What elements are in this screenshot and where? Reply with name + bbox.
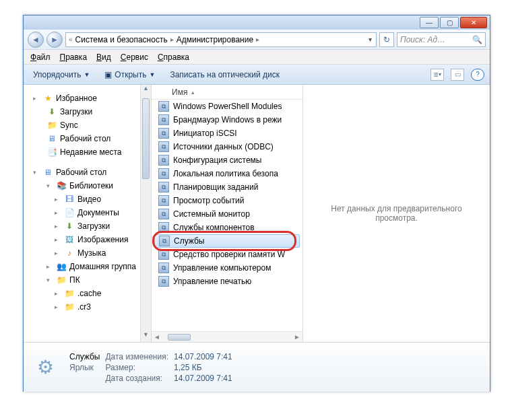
breadcrumb-arrow-icon: ▸ (256, 36, 259, 43)
nav-pictures[interactable]: ▸🖼Изображения (55, 233, 151, 246)
breadcrumb-prefix-icon: « (69, 36, 73, 43)
address-dropdown-icon[interactable]: ▾ (367, 36, 373, 43)
shortcut-icon: ⧉ (158, 155, 169, 166)
menu-edit[interactable]: Правка (60, 53, 88, 62)
help-button[interactable]: ? (471, 69, 484, 81)
file-item[interactable]: ⧉Windows PowerShell Modules (152, 100, 302, 113)
back-button[interactable]: ◄ (28, 32, 44, 48)
file-item[interactable]: ⧉Планировщик заданий (152, 180, 302, 194)
hscroll-right-icon[interactable]: ► (292, 333, 302, 341)
shortcut-icon: ⧉ (158, 128, 169, 139)
details-size-label: Размер: (105, 363, 168, 372)
details-type: Ярлык (69, 363, 100, 372)
nav-cache[interactable]: ▸📁.cache (55, 287, 151, 300)
column-name[interactable]: Имя▴ (152, 85, 302, 100)
file-item-label: Средство проверки памяти W (173, 250, 285, 259)
nav-scrollbar[interactable]: ▲ ▼ (140, 85, 151, 342)
address-bar[interactable]: « Система и безопасность ▸ Администриров… (65, 32, 377, 47)
menu-view[interactable]: Вид (96, 53, 111, 62)
shortcut-icon: ⧉ (158, 168, 169, 179)
command-bar: Упорядочить▼ ▣ Открыть▼ Записать на опти… (24, 65, 490, 85)
nav-cr3[interactable]: ▸📁.cr3 (55, 300, 151, 314)
details-modified-label: Дата изменения: (105, 352, 168, 361)
file-item-label: Службы (174, 236, 204, 246)
menu-help[interactable]: Справка (158, 53, 189, 62)
details-size-value: 1,25 КБ (174, 363, 232, 372)
file-item[interactable]: ⧉Управление компьютером (152, 261, 302, 275)
view-mode-button[interactable]: ≡▾ (430, 69, 444, 81)
file-item[interactable]: ⧉Инициатор iSCSI (152, 127, 302, 140)
minimize-button[interactable]: — (420, 17, 439, 28)
breadcrumb-seg-2[interactable]: Администрирование (177, 35, 253, 44)
details-created-label: Дата создания: (105, 374, 168, 383)
scroll-down-icon[interactable]: ▼ (141, 331, 151, 342)
burn-button[interactable]: Записать на оптический диск (166, 69, 284, 81)
shortcut-icon: ⧉ (158, 222, 169, 233)
horizontal-scrollbar[interactable]: ◄ ► (152, 331, 302, 342)
nav-sync[interactable]: 📁Sync (46, 118, 151, 132)
nav-favorites[interactable]: ▸★Избранное (33, 92, 151, 105)
file-item-label: Системный монитор (173, 209, 250, 219)
shortcut-icon: ⧉ (158, 209, 169, 219)
scroll-up-icon[interactable]: ▲ (141, 85, 151, 96)
maximize-button[interactable]: ▢ (440, 17, 459, 28)
file-item[interactable]: ⧉Системный монитор (152, 207, 302, 221)
search-input[interactable]: Поиск: Ад… 🔍 (397, 32, 486, 47)
file-item-label: Windows PowerShell Modules (173, 102, 282, 111)
hscroll-thumb[interactable] (168, 334, 191, 341)
preview-pane: Нет данных для предварительного просмотр… (303, 85, 490, 342)
nav-desktop-fav[interactable]: 🖥Рабочий стол (46, 132, 151, 145)
file-item[interactable]: ⧉Просмотр событий (152, 194, 302, 207)
file-item-label: Источники данных (ODBC) (173, 142, 274, 151)
file-item[interactable]: ⧉Службы компонентов (152, 221, 302, 234)
shortcut-icon: ⧉ (158, 249, 169, 260)
nav-video[interactable]: ▸🎞Видео (55, 193, 151, 206)
file-item-label: Инициатор iSCSI (173, 129, 237, 138)
nav-homegroup[interactable]: ▸👥Домашняя группа (46, 260, 151, 273)
file-item[interactable]: ⧉Конфигурация системы (152, 153, 302, 167)
menu-file[interactable]: Файл (30, 53, 51, 62)
menu-tools[interactable]: Сервис (121, 53, 148, 62)
hscroll-left-icon[interactable]: ◄ (152, 333, 162, 341)
file-item[interactable]: ⧉Брандмауэр Windows в режи (152, 113, 302, 127)
preview-pane-button[interactable]: ▭ (451, 69, 464, 81)
nav-recent[interactable]: 📑Недавние места (46, 145, 151, 159)
file-item-label: Управление компьютером (173, 263, 271, 273)
file-item[interactable]: ⧉Управление печатью (152, 275, 302, 288)
nav-documents[interactable]: ▸📄Документы (55, 206, 151, 219)
titlebar: — ▢ ✕ (24, 15, 490, 30)
menu-bar: Файл Правка Вид Сервис Справка (24, 50, 490, 65)
file-item-label: Просмотр событий (173, 196, 244, 205)
scroll-thumb[interactable] (142, 98, 150, 179)
shortcut-icon: ⧉ (159, 236, 170, 246)
nav-downloads[interactable]: ⬇Загрузки (46, 105, 151, 118)
explorer-window: — ▢ ✕ ◄ ► « Система и безопасность ▸ Адм… (23, 15, 490, 392)
file-item[interactable]: ⧉Источники данных (ODBC) (152, 140, 302, 153)
file-item-label: Конфигурация системы (173, 155, 261, 165)
nav-desktop-root[interactable]: ▾🖥Рабочий стол (33, 166, 151, 179)
file-item[interactable]: ⧉Службы (154, 234, 300, 248)
file-list: Имя▴ ⧉Windows PowerShell Modules⧉Брандма… (152, 85, 303, 342)
forward-button[interactable]: ► (46, 32, 63, 48)
open-icon: ▣ (104, 70, 112, 79)
nav-pc[interactable]: ▾📁ПК (46, 273, 151, 287)
nav-downloads2[interactable]: ▸⬇Загрузки (55, 219, 151, 233)
nav-music[interactable]: ▸♪Музыка (55, 246, 151, 260)
details-created-value: 14.07.2009 7:41 (174, 374, 232, 383)
preview-message: Нет данных для предварительного просмотр… (311, 204, 482, 223)
close-button[interactable]: ✕ (460, 17, 487, 28)
file-item[interactable]: ⧉Средство проверки памяти W (152, 248, 302, 261)
open-button[interactable]: ▣ Открыть▼ (100, 69, 159, 81)
details-name: Службы (69, 352, 100, 361)
refresh-button[interactable]: ↻ (379, 32, 394, 47)
organize-button[interactable]: Упорядочить▼ (29, 69, 94, 81)
shortcut-icon: ⧉ (158, 195, 169, 206)
search-placeholder: Поиск: Ад… (400, 35, 445, 44)
file-item-label: Планировщик заданий (173, 182, 258, 192)
nav-libraries[interactable]: ▾📚Библиотеки (46, 179, 151, 193)
shortcut-icon: ⧉ (158, 114, 169, 125)
details-pane: ⚙ Службы Дата изменения: 14.07.2009 7:41… (24, 342, 490, 392)
breadcrumb-seg-1[interactable]: Система и безопасность (75, 35, 168, 44)
shortcut-icon: ⧉ (158, 262, 169, 273)
file-item[interactable]: ⧉Локальная политика безопа (152, 167, 302, 180)
